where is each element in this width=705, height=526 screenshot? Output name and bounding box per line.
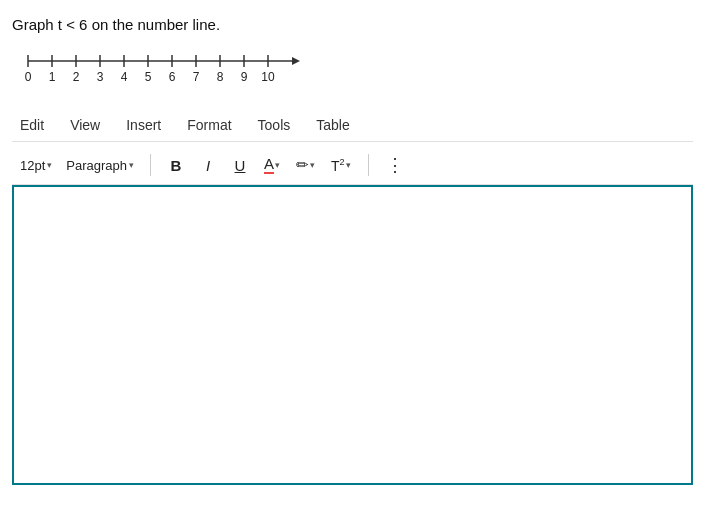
svg-text:1: 1 (49, 70, 56, 84)
more-options-button[interactable]: ⋮ (381, 151, 410, 179)
pencil-icon: ✏ (296, 156, 309, 174)
paragraph-chevron-icon: ▾ (129, 160, 134, 170)
font-color-chevron-icon: ▾ (275, 160, 280, 170)
editor-area[interactable] (12, 185, 693, 485)
font-size-value: 12pt (20, 158, 45, 173)
highlight-chevron-icon: ▾ (310, 160, 315, 170)
font-color-icon: A (264, 156, 274, 174)
svg-text:3: 3 (97, 70, 104, 84)
svg-text:5: 5 (145, 70, 152, 84)
svg-text:8: 8 (217, 70, 224, 84)
paragraph-style-selector[interactable]: Paragraph ▾ (62, 156, 138, 175)
underline-button[interactable]: U (227, 152, 253, 178)
menu-format[interactable]: Format (183, 115, 235, 135)
problem-text: Graph t < 6 on the number line. (12, 16, 693, 33)
number-line-svg: 0 1 2 3 4 5 6 7 8 9 10 (20, 47, 300, 89)
svg-marker-1 (292, 57, 300, 65)
svg-text:9: 9 (241, 70, 248, 84)
italic-button[interactable]: I (195, 152, 221, 178)
toolbar-divider-2 (368, 154, 369, 176)
superscript-chevron-icon: ▾ (346, 160, 351, 170)
menu-edit[interactable]: Edit (16, 115, 48, 135)
toolbar: 12pt ▾ Paragraph ▾ B I U A ▾ ✏ ▾ T2 ▾ ⋮ (12, 146, 693, 185)
font-size-chevron-icon: ▾ (47, 160, 52, 170)
svg-text:0: 0 (25, 70, 32, 84)
font-color-bar (264, 172, 274, 174)
menu-table[interactable]: Table (312, 115, 353, 135)
menu-insert[interactable]: Insert (122, 115, 165, 135)
paragraph-style-value: Paragraph (66, 158, 127, 173)
font-size-selector[interactable]: 12pt ▾ (16, 156, 56, 175)
svg-text:7: 7 (193, 70, 200, 84)
menu-bar: Edit View Insert Format Tools Table (12, 109, 693, 142)
number-line: 0 1 2 3 4 5 6 7 8 9 10 (12, 47, 693, 89)
toolbar-divider-1 (150, 154, 151, 176)
menu-view[interactable]: View (66, 115, 104, 135)
highlight-button[interactable]: ✏ ▾ (291, 152, 320, 178)
svg-text:10: 10 (261, 70, 275, 84)
font-color-button[interactable]: A ▾ (259, 152, 285, 178)
bold-button[interactable]: B (163, 152, 189, 178)
superscript-button[interactable]: T2 ▾ (326, 152, 356, 178)
svg-text:2: 2 (73, 70, 80, 84)
menu-tools[interactable]: Tools (254, 115, 295, 135)
font-color-letter: A (264, 156, 274, 171)
svg-text:6: 6 (169, 70, 176, 84)
superscript-icon: T2 (331, 157, 345, 174)
more-options-icon: ⋮ (386, 154, 405, 176)
svg-text:4: 4 (121, 70, 128, 84)
